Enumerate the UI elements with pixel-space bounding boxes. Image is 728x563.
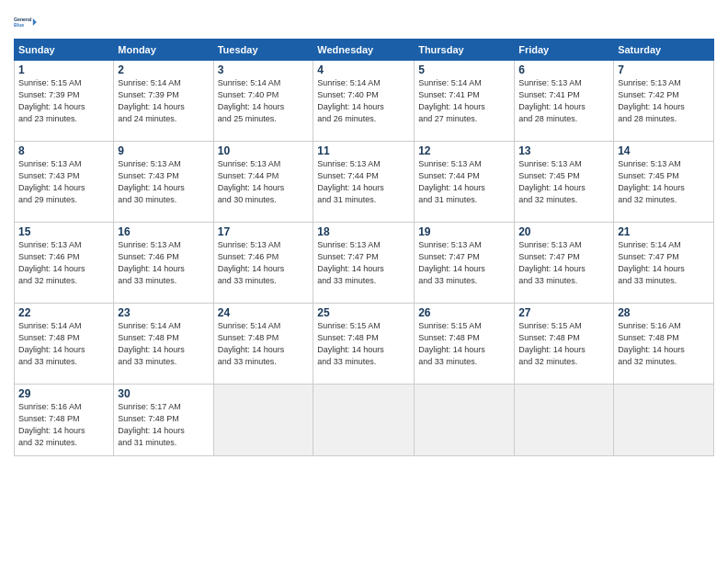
- day-info: Sunrise: 5:13 AMSunset: 7:45 PMDaylight:…: [618, 158, 710, 206]
- day-info: Sunrise: 5:13 AMSunset: 7:43 PMDaylight:…: [18, 158, 109, 206]
- day-number: 18: [317, 225, 410, 238]
- day-number: 27: [518, 306, 609, 319]
- day-info: Sunrise: 5:16 AMSunset: 7:48 PMDaylight:…: [18, 401, 109, 449]
- day-number: 2: [118, 63, 209, 76]
- calendar-day-cell: 29Sunrise: 5:16 AMSunset: 7:48 PMDayligh…: [15, 385, 114, 456]
- day-info: Sunrise: 5:14 AMSunset: 7:48 PMDaylight:…: [118, 320, 209, 368]
- calendar-day-cell: [313, 385, 415, 456]
- day-info: Sunrise: 5:14 AMSunset: 7:40 PMDaylight:…: [218, 77, 310, 125]
- day-number: 21: [618, 225, 710, 238]
- calendar-day-cell: 6Sunrise: 5:13 AMSunset: 7:41 PMDaylight…: [515, 61, 614, 142]
- logo-icon: GeneralBlue: [14, 9, 40, 35]
- calendar-day-cell: [213, 385, 313, 456]
- day-info: Sunrise: 5:15 AMSunset: 7:48 PMDaylight:…: [317, 320, 410, 368]
- calendar-day-cell: 8Sunrise: 5:13 AMSunset: 7:43 PMDaylight…: [15, 142, 114, 223]
- day-number: 24: [218, 306, 310, 319]
- col-thursday: Thursday: [415, 40, 515, 61]
- day-number: 22: [18, 306, 109, 319]
- calendar-day-cell: 27Sunrise: 5:15 AMSunset: 7:48 PMDayligh…: [515, 304, 614, 385]
- calendar-day-cell: 7Sunrise: 5:13 AMSunset: 7:42 PMDaylight…: [614, 61, 714, 142]
- day-number: 30: [118, 387, 209, 400]
- calendar-day-cell: 10Sunrise: 5:13 AMSunset: 7:44 PMDayligh…: [213, 142, 313, 223]
- day-number: 23: [118, 306, 209, 319]
- calendar-day-cell: 3Sunrise: 5:14 AMSunset: 7:40 PMDaylight…: [213, 61, 313, 142]
- calendar-day-cell: 22Sunrise: 5:14 AMSunset: 7:48 PMDayligh…: [15, 304, 114, 385]
- day-number: 3: [218, 63, 310, 76]
- day-info: Sunrise: 5:14 AMSunset: 7:47 PMDaylight:…: [618, 239, 710, 287]
- day-number: 16: [118, 225, 209, 238]
- calendar-day-cell: [614, 385, 714, 456]
- day-info: Sunrise: 5:13 AMSunset: 7:46 PMDaylight:…: [18, 239, 109, 287]
- day-info: Sunrise: 5:13 AMSunset: 7:41 PMDaylight:…: [518, 77, 609, 125]
- calendar-day-cell: 16Sunrise: 5:13 AMSunset: 7:46 PMDayligh…: [114, 223, 213, 304]
- day-info: Sunrise: 5:13 AMSunset: 7:47 PMDaylight:…: [418, 239, 510, 287]
- calendar-day-cell: 2Sunrise: 5:14 AMSunset: 7:39 PMDaylight…: [114, 61, 213, 142]
- calendar-day-cell: 28Sunrise: 5:16 AMSunset: 7:48 PMDayligh…: [614, 304, 714, 385]
- day-number: 7: [618, 63, 710, 76]
- calendar-week-row: 22Sunrise: 5:14 AMSunset: 7:48 PMDayligh…: [15, 304, 714, 385]
- day-number: 25: [317, 306, 410, 319]
- day-info: Sunrise: 5:14 AMSunset: 7:40 PMDaylight:…: [317, 77, 410, 125]
- day-number: 1: [18, 63, 109, 76]
- day-number: 9: [118, 144, 209, 157]
- day-number: 5: [418, 63, 510, 76]
- col-sunday: Sunday: [15, 40, 114, 61]
- day-number: 17: [218, 225, 310, 238]
- calendar-day-cell: 1Sunrise: 5:15 AMSunset: 7:39 PMDaylight…: [15, 61, 114, 142]
- col-saturday: Saturday: [614, 40, 714, 61]
- calendar-day-cell: 13Sunrise: 5:13 AMSunset: 7:45 PMDayligh…: [515, 142, 614, 223]
- day-number: 19: [418, 225, 510, 238]
- day-info: Sunrise: 5:13 AMSunset: 7:44 PMDaylight:…: [218, 158, 310, 206]
- col-tuesday: Tuesday: [213, 40, 313, 61]
- day-number: 6: [518, 63, 609, 76]
- day-info: Sunrise: 5:14 AMSunset: 7:41 PMDaylight:…: [418, 77, 510, 125]
- calendar-day-cell: 12Sunrise: 5:13 AMSunset: 7:44 PMDayligh…: [415, 142, 515, 223]
- day-number: 29: [18, 387, 109, 400]
- calendar-week-row: 15Sunrise: 5:13 AMSunset: 7:46 PMDayligh…: [15, 223, 714, 304]
- day-info: Sunrise: 5:15 AMSunset: 7:48 PMDaylight:…: [418, 320, 510, 368]
- day-info: Sunrise: 5:14 AMSunset: 7:48 PMDaylight:…: [218, 320, 310, 368]
- day-number: 4: [317, 63, 410, 76]
- svg-text:General: General: [14, 17, 32, 22]
- calendar-day-cell: 15Sunrise: 5:13 AMSunset: 7:46 PMDayligh…: [15, 223, 114, 304]
- calendar-day-cell: 20Sunrise: 5:13 AMSunset: 7:47 PMDayligh…: [515, 223, 614, 304]
- day-number: 10: [218, 144, 310, 157]
- day-number: 12: [418, 144, 510, 157]
- day-number: 11: [317, 144, 410, 157]
- day-info: Sunrise: 5:13 AMSunset: 7:46 PMDaylight:…: [118, 239, 209, 287]
- calendar-day-cell: [415, 385, 515, 456]
- col-wednesday: Wednesday: [313, 40, 415, 61]
- day-info: Sunrise: 5:14 AMSunset: 7:39 PMDaylight:…: [118, 77, 209, 125]
- calendar-table: Sunday Monday Tuesday Wednesday Thursday…: [14, 39, 714, 456]
- day-number: 13: [518, 144, 609, 157]
- day-info: Sunrise: 5:13 AMSunset: 7:47 PMDaylight:…: [317, 239, 410, 287]
- calendar-day-cell: 17Sunrise: 5:13 AMSunset: 7:46 PMDayligh…: [213, 223, 313, 304]
- calendar-week-row: 29Sunrise: 5:16 AMSunset: 7:48 PMDayligh…: [15, 385, 714, 456]
- calendar-day-cell: 26Sunrise: 5:15 AMSunset: 7:48 PMDayligh…: [415, 304, 515, 385]
- day-number: 26: [418, 306, 510, 319]
- calendar-day-cell: 19Sunrise: 5:13 AMSunset: 7:47 PMDayligh…: [415, 223, 515, 304]
- calendar-day-cell: 4Sunrise: 5:14 AMSunset: 7:40 PMDaylight…: [313, 61, 415, 142]
- calendar-day-cell: 14Sunrise: 5:13 AMSunset: 7:45 PMDayligh…: [614, 142, 714, 223]
- day-info: Sunrise: 5:14 AMSunset: 7:48 PMDaylight:…: [18, 320, 109, 368]
- logo: GeneralBlue: [14, 9, 40, 35]
- col-monday: Monday: [114, 40, 213, 61]
- calendar-day-cell: 5Sunrise: 5:14 AMSunset: 7:41 PMDaylight…: [415, 61, 515, 142]
- calendar-day-cell: 21Sunrise: 5:14 AMSunset: 7:47 PMDayligh…: [614, 223, 714, 304]
- day-number: 14: [618, 144, 710, 157]
- day-info: Sunrise: 5:13 AMSunset: 7:47 PMDaylight:…: [518, 239, 609, 287]
- day-number: 28: [618, 306, 710, 319]
- svg-marker-2: [33, 18, 37, 26]
- day-info: Sunrise: 5:17 AMSunset: 7:48 PMDaylight:…: [118, 401, 209, 449]
- calendar-day-cell: 18Sunrise: 5:13 AMSunset: 7:47 PMDayligh…: [313, 223, 415, 304]
- day-number: 20: [518, 225, 609, 238]
- calendar-day-cell: 24Sunrise: 5:14 AMSunset: 7:48 PMDayligh…: [213, 304, 313, 385]
- day-info: Sunrise: 5:13 AMSunset: 7:46 PMDaylight:…: [218, 239, 310, 287]
- day-info: Sunrise: 5:13 AMSunset: 7:42 PMDaylight:…: [618, 77, 710, 125]
- calendar-day-cell: 11Sunrise: 5:13 AMSunset: 7:44 PMDayligh…: [313, 142, 415, 223]
- day-info: Sunrise: 5:13 AMSunset: 7:45 PMDaylight:…: [518, 158, 609, 206]
- calendar-week-row: 1Sunrise: 5:15 AMSunset: 7:39 PMDaylight…: [15, 61, 714, 142]
- svg-text:Blue: Blue: [14, 22, 24, 28]
- calendar-day-cell: 30Sunrise: 5:17 AMSunset: 7:48 PMDayligh…: [114, 385, 213, 456]
- calendar-day-cell: 9Sunrise: 5:13 AMSunset: 7:43 PMDaylight…: [114, 142, 213, 223]
